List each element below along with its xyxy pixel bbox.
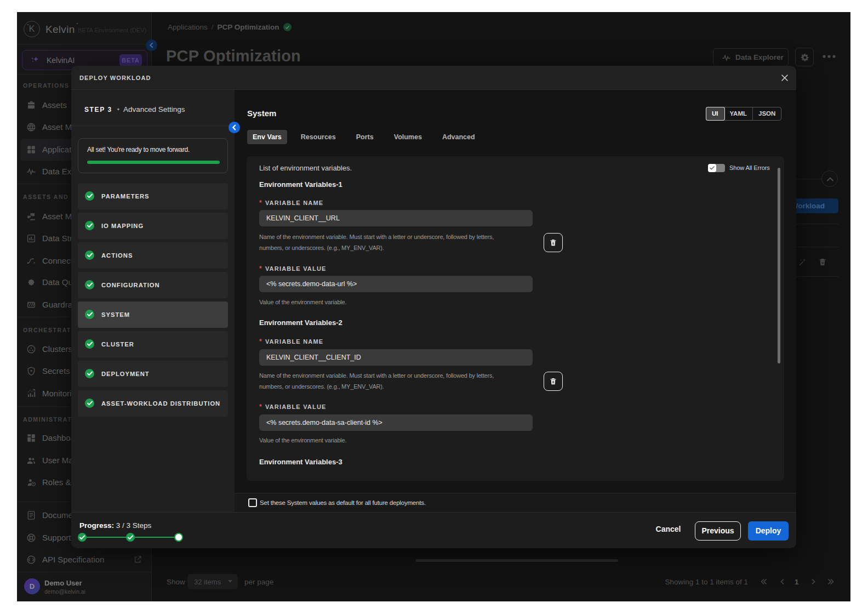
user-profile[interactable]: D Demo User demo@kelvin.ai [17,572,152,601]
pagination-bar: Show 32 items per page Showing 1 to 1 it… [152,574,850,590]
variable-name-help: numbers, or underscores. (e.g., MY_ENV_V… [259,383,384,390]
env-group-title: Environment Variables-2 [259,319,342,327]
current-page-number[interactable]: 1 [795,578,799,586]
show-all-errors-label: Show All Errors [729,164,770,171]
deploy-workload-modal: DEPLOY WORKLOAD STEP 3•Advanced Settings… [71,66,796,548]
horizontal-scrollbar[interactable] [415,559,618,562]
step-check-icon [85,399,94,408]
data-quality-icon [26,277,36,287]
modal-content: System UI YAML JSON Env Vars Resources P… [235,90,796,512]
environment-label: BETA Environment (DEV) [78,27,146,33]
close-icon[interactable] [780,73,789,82]
guardrails-icon [26,300,36,310]
last-page-button[interactable] [826,577,835,586]
default-checkbox-label: Set these System values as default for a… [260,499,426,506]
kelvin-logo-icon: K [24,21,40,37]
card-scrollbar[interactable] [778,168,780,363]
more-options-button[interactable] [822,54,836,59]
step-check-icon [85,310,94,319]
tab-env-vars[interactable]: Env Vars [247,130,287,144]
settings-button[interactable] [795,48,814,66]
breadcrumb-applications[interactable]: Applications [168,23,208,31]
step-row-cluster[interactable]: CLUSTER [78,331,228,357]
system-tabs: Env Vars Resources Ports Volumes Advance… [247,129,495,144]
sidebar-item-api-specification[interactable]: API Specification [17,549,152,571]
required-asterisk: * [259,265,262,272]
default-checkbox[interactable] [248,498,257,507]
env-vars-description: List of environment variables. [259,164,352,172]
items-per-page-select[interactable]: 32 items [187,574,238,589]
external-link-icon [134,555,142,564]
applications-icon [26,145,36,155]
status-check-icon [283,23,292,31]
breadcrumb-current: PCP Optimization [218,23,279,31]
progress-node-done [126,533,135,542]
progress-status-message: All set! You're ready to move forward. [87,146,190,154]
env-group-title: Environment Variables-3 [259,458,342,466]
cancel-button[interactable]: Cancel [653,525,683,533]
view-mode-switch: UI YAML JSON [706,107,781,121]
variable-name-input[interactable]: KELVIN_CLIENT__URL [259,210,533,226]
required-asterisk: * [259,403,262,411]
view-mode-json[interactable]: JSON [753,107,781,120]
show-all-errors-toggle[interactable] [708,164,725,172]
api-specification-icon [26,555,36,565]
step-row-system[interactable]: SYSTEM [78,302,228,328]
gear-icon [800,53,810,62]
user-email: demo@kelvin.ai [44,588,85,595]
next-page-button[interactable] [809,577,818,586]
step-row-asset-workload-distribution[interactable]: ASSET-WORKLOAD DISTRIBUTION [78,390,228,417]
caret-down-icon [228,580,232,583]
delete-env-var-button[interactable] [544,372,563,391]
step-check-icon [85,339,94,349]
collapse-panel-button[interactable] [821,170,838,187]
variable-value-input[interactable]: <% secrets.demo-data-sa-client-id %> [259,414,533,431]
breadcrumb: Applications/PCP Optimization [168,23,292,32]
first-page-button[interactable] [760,577,768,586]
user-name: Demo User [44,579,82,587]
connections-icon [26,256,36,266]
chevron-up-icon [826,176,834,183]
modal-title: DEPLOY WORKLOAD [79,75,151,81]
step-row-configuration[interactable]: CONFIGURATION [78,272,228,298]
user-avatar: D [24,578,40,594]
view-mode-yaml[interactable]: YAML [724,107,753,120]
tab-ports[interactable]: Ports [356,133,374,141]
tab-volumes[interactable]: Volumes [394,133,422,141]
step-check-icon [85,191,94,201]
variable-value-input[interactable]: <% secrets.demo-data-url %> [259,276,533,292]
row-delete-icon[interactable] [818,258,827,266]
tab-resources[interactable]: Resources [301,133,336,141]
panel-divider [71,126,235,126]
variable-value-help: Value of the environment variable. [259,437,346,444]
data-explorer-button[interactable]: Data Explorer [713,48,789,66]
variable-name-input[interactable]: KELVIN_CLIENT__CLIENT_ID [259,349,533,366]
page-title: PCP Optimization [166,47,301,65]
per-page-label: per page [244,578,273,586]
magic-wand-icon[interactable] [798,258,807,266]
required-asterisk: * [259,199,262,207]
clusters-icon [26,344,36,354]
previous-button[interactable]: Previous [695,521,741,541]
previous-page-button[interactable] [778,577,787,586]
step-row-actions[interactable]: ACTIONS [78,242,228,269]
toggle-knob [708,164,716,172]
step-check-icon [85,280,94,289]
assets-icon [26,100,36,110]
modal-header: DEPLOY WORKLOAD [71,66,796,90]
view-mode-ui[interactable]: UI [706,107,724,120]
modal-panel-collapse-button[interactable] [229,122,240,133]
sidebar-collapse-button[interactable] [146,39,157,51]
variable-value-label: *VARIABLE VALUE [259,265,327,272]
nav-section-operations[interactable]: OPERATIONS [23,82,78,89]
dashboards-icon [26,433,36,443]
variable-name-label: *VARIABLE NAME [259,199,323,207]
deploy-button[interactable]: Deploy [748,521,789,541]
step-row-deployment[interactable]: DEPLOYMENT [78,361,228,387]
env-vars-card: List of environment variables. Show All … [247,156,784,481]
step-row-parameters[interactable]: PARAMETERS [78,183,228,209]
tab-advanced[interactable]: Advanced [442,133,475,141]
progress-status-box: All set! You're ready to move forward. [78,138,228,173]
delete-env-var-button[interactable] [544,233,563,252]
step-row-io-mapping[interactable]: IO MAPPING [78,213,228,239]
